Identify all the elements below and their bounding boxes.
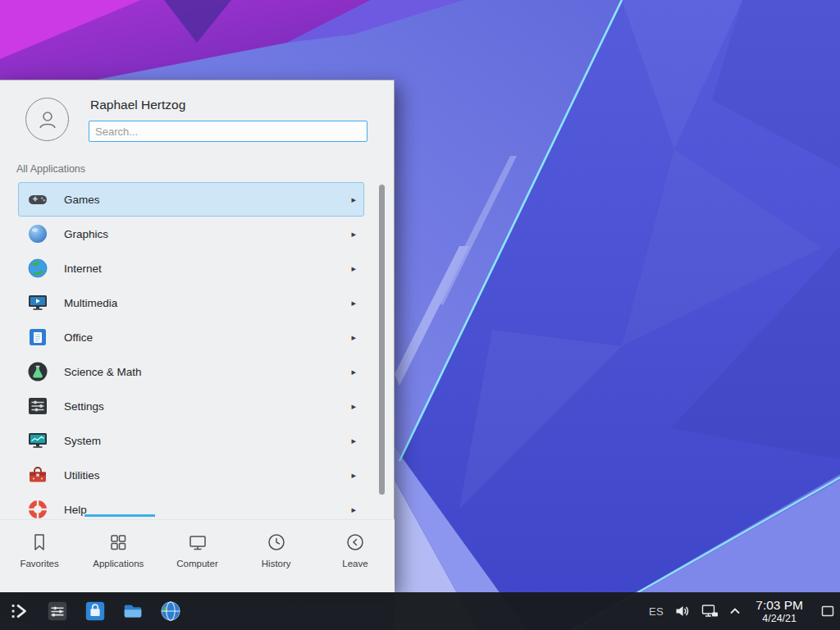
category-label: Settings: [64, 400, 104, 413]
tab-leave[interactable]: Leave: [316, 520, 395, 592]
category-games[interactable]: Games ▸: [18, 182, 364, 217]
category-multimedia[interactable]: Multimedia ▸: [18, 285, 364, 320]
system-tray: ES 7:03 PM 4/24/21: [649, 592, 840, 630]
submenu-arrow-icon: ▸: [351, 470, 356, 481]
system-settings-icon[interactable]: [45, 599, 70, 623]
category-office[interactable]: Office ▸: [18, 320, 364, 354]
network-icon[interactable]: [701, 604, 719, 619]
category-label: Science & Math: [64, 366, 142, 378]
category-internet[interactable]: Internet ▸: [18, 251, 364, 285]
taskbar-launchers: [0, 599, 183, 623]
submenu-arrow-icon: ▸: [351, 401, 356, 412]
bookmark-icon: [29, 532, 50, 553]
search-input[interactable]: [89, 121, 368, 142]
office-document-icon: [26, 326, 49, 349]
tab-favorites[interactable]: Favorites: [0, 520, 79, 592]
submenu-arrow-icon: ▸: [351, 194, 356, 205]
tab-label: Leave: [342, 559, 368, 568]
web-browser-icon[interactable]: [158, 599, 183, 623]
show-desktop-icon: [821, 605, 834, 618]
settings-sliders-icon: [26, 395, 49, 418]
gamepad-icon: [26, 188, 49, 211]
category-label: Games: [64, 194, 100, 206]
launcher-footer: Favorites Applications Computer History …: [0, 519, 395, 592]
toolbox-icon: [26, 463, 49, 486]
tab-label: History: [262, 559, 291, 568]
show-desktop-button[interactable]: [818, 592, 838, 630]
submenu-arrow-icon: ▸: [351, 263, 356, 274]
application-launcher: Raphael Hertzog All Applications Games ▸…: [0, 80, 395, 591]
category-help[interactable]: Help ▸: [18, 492, 364, 519]
graphics-sphere-icon: [26, 222, 49, 245]
submenu-arrow-icon: ▸: [351, 504, 356, 515]
category-label: Office: [64, 331, 93, 344]
keyboard-layout-indicator[interactable]: ES: [649, 605, 664, 618]
science-flask-icon: [26, 360, 49, 383]
category-utilities[interactable]: Utilities ▸: [18, 458, 364, 492]
category-label: Graphics: [64, 228, 108, 240]
submenu-arrow-icon: ▸: [351, 436, 356, 446]
submenu-arrow-icon: ▸: [351, 332, 356, 343]
clock[interactable]: 7:03 PM 4/24/21: [756, 598, 803, 623]
category-label: Internet: [64, 262, 102, 275]
volume-icon[interactable]: [674, 603, 691, 619]
category-label: Multimedia: [64, 297, 117, 309]
category-graphics[interactable]: Graphics ▸: [18, 217, 364, 251]
scrollbar-thumb[interactable]: [379, 185, 385, 495]
category-settings[interactable]: Settings ▸: [18, 389, 364, 423]
app-grid-icon: [107, 532, 129, 553]
discover-icon[interactable]: [83, 599, 107, 623]
category-science-math[interactable]: Science & Math ▸: [18, 354, 364, 389]
category-label: Utilities: [64, 469, 100, 482]
category-list: Games ▸ Graphics ▸ Internet ▸: [0, 182, 395, 519]
computer-monitor-icon: [187, 532, 208, 553]
user-avatar[interactable]: [25, 98, 69, 141]
history-clock-icon: [266, 532, 287, 553]
file-manager-icon[interactable]: [121, 599, 145, 623]
tab-applications[interactable]: Applications: [79, 520, 158, 592]
user-icon: [35, 107, 60, 132]
tab-computer[interactable]: Computer: [158, 520, 236, 592]
category-system[interactable]: System ▸: [18, 423, 364, 458]
submenu-arrow-icon: ▸: [351, 298, 356, 308]
scrollbar[interactable]: [379, 185, 385, 516]
tab-label: Favorites: [20, 559, 58, 568]
active-tab-indicator: [84, 514, 155, 517]
taskbar: ES 7:03 PM 4/24/21: [0, 592, 840, 630]
category-label: System: [64, 435, 101, 447]
globe-icon: [26, 257, 49, 280]
submenu-arrow-icon: ▸: [351, 367, 356, 377]
clock-date: 4/24/21: [756, 613, 803, 624]
help-lifebuoy-icon: [26, 498, 49, 519]
tab-label: Applications: [93, 559, 144, 568]
leave-icon: [345, 532, 366, 553]
section-label: All Applications: [16, 163, 85, 175]
clock-time: 7:03 PM: [756, 598, 803, 612]
user-name: Raphael Hertzog: [90, 98, 185, 112]
system-monitor-icon: [26, 429, 49, 452]
tab-history[interactable]: History: [237, 520, 316, 592]
expand-tray-icon[interactable]: [729, 607, 741, 615]
app-launcher-icon[interactable]: [7, 599, 32, 623]
category-label: Help: [64, 504, 87, 516]
multimedia-monitor-icon: [26, 291, 49, 314]
submenu-arrow-icon: ▸: [351, 229, 356, 240]
tab-label: Computer: [176, 559, 218, 568]
